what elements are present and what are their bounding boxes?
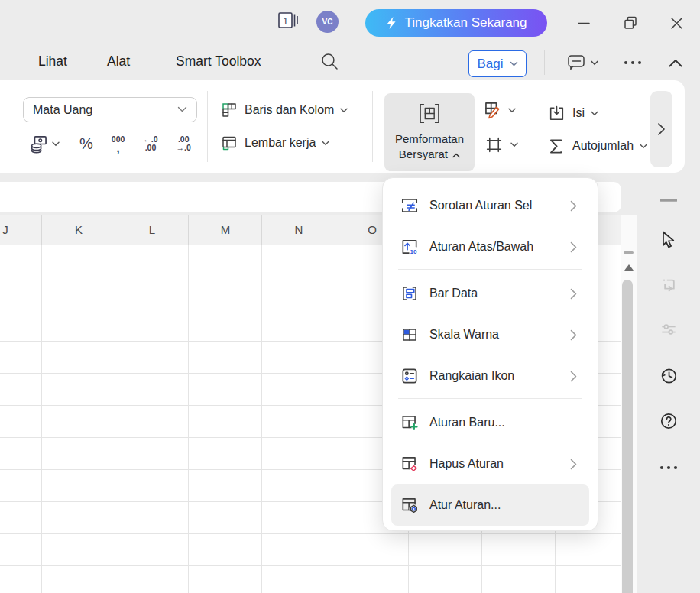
menu-item-data-bars[interactable]: Bar Data: [391, 273, 589, 314]
question-icon: [659, 411, 679, 431]
chevron-down-icon: [52, 141, 60, 147]
chevron-up-icon: [669, 59, 682, 67]
increase-decimal-button[interactable]: .00→.0: [171, 128, 196, 159]
minimize-button[interactable]: [571, 11, 597, 35]
search-button[interactable]: [318, 50, 341, 73]
dash-icon: [660, 198, 677, 203]
submenu-arrow-icon: [570, 288, 577, 300]
thousands-glyph: 000,: [112, 135, 125, 152]
autosum-label: Autojumlah: [572, 139, 634, 153]
conditional-formatting-label: Pemformatan Bersyarat: [395, 131, 464, 162]
conditional-formatting-button[interactable]: Pemformatan Bersyarat: [384, 93, 475, 171]
submenu-arrow-icon: [570, 329, 577, 341]
sigma-icon: [546, 136, 566, 157]
submenu-arrow-icon: [570, 200, 577, 212]
more-options-button[interactable]: [621, 55, 644, 70]
rows-columns-button[interactable]: Baris dan Kolom: [220, 97, 348, 123]
menu-divider: [398, 398, 582, 399]
upgrade-button[interactable]: Tingkatkan Sekarang: [365, 9, 547, 37]
menu-item-new-rule[interactable]: Aturan Baru...: [391, 402, 589, 443]
tab-alat[interactable]: Alat: [104, 43, 133, 79]
number-format-select[interactable]: Mata Uang: [23, 97, 197, 122]
window-count-number: 1: [283, 16, 288, 27]
worksheet-button[interactable]: Lembar kerja: [220, 130, 329, 156]
collapse-ribbon-button[interactable]: [666, 53, 685, 72]
split-handle[interactable]: [624, 251, 634, 254]
settings-sliders-button[interactable]: [657, 318, 680, 341]
worksheet-label: Lembar kerja: [245, 136, 316, 150]
restore-button[interactable]: [617, 11, 643, 35]
right-sidebar: [637, 173, 700, 593]
currency-style-button[interactable]: [23, 128, 65, 159]
tab-lihat[interactable]: Lihat: [35, 43, 70, 79]
close-button[interactable]: [663, 11, 689, 35]
sidebar-more-button[interactable]: [657, 456, 680, 479]
menu-item-manage-rules[interactable]: Atur Aturan...: [391, 484, 589, 526]
menu-item-highlight-cells-rules[interactable]: Sorotan Aturan Sel: [391, 185, 589, 226]
column-header[interactable]: N: [262, 215, 335, 245]
decrease-decimal-button[interactable]: ←.0.00: [138, 128, 163, 159]
menubar-divider: [544, 50, 545, 75]
ellipsis-icon: [623, 60, 643, 66]
conditional-formatting-icon: [415, 99, 444, 128]
top-bottom-rules-icon: 10: [400, 237, 420, 257]
currency-icon: [28, 134, 49, 154]
menu-item-icon-sets[interactable]: Rangkaian Ikon: [391, 355, 589, 397]
upgrade-label: Tingkatkan Sekarang: [404, 15, 527, 31]
comma-style-button[interactable]: 000,: [106, 128, 131, 159]
column-header[interactable]: L: [115, 215, 189, 245]
vertical-scrollbar: [621, 215, 637, 593]
avatar[interactable]: VC: [316, 11, 339, 33]
chevron-down-icon: [591, 60, 598, 66]
history-button[interactable]: [657, 365, 680, 387]
manage-rules-icon: [400, 495, 420, 515]
column-header[interactable]: K: [42, 215, 115, 245]
title-bar: 1 VC Tingkatkan Sekarang: [0, 0, 700, 43]
submenu-arrow-icon: [570, 459, 577, 470]
column-header[interactable]: J: [0, 215, 42, 245]
loop-tool-button[interactable]: [657, 273, 680, 296]
highlight-cells-icon: [400, 196, 420, 215]
chevron-down-icon: [591, 111, 598, 116]
fill-button[interactable]: Isi: [547, 100, 598, 126]
ribbon-expand-button[interactable]: [650, 91, 672, 167]
number-format-value: Mata Uang: [33, 103, 92, 117]
chevron-down-icon: [510, 61, 518, 67]
borders-button[interactable]: [484, 135, 518, 154]
toolbar-divider: [533, 91, 533, 162]
autosum-button[interactable]: Autojumlah: [546, 133, 647, 159]
loop-icon: [659, 274, 679, 294]
toolbar-divider: [372, 91, 373, 162]
rows-columns-icon: [220, 101, 238, 119]
number-format-buttons: % 000, ←.0.00 .00→.0: [23, 126, 196, 161]
scrollbar-thumb[interactable]: [622, 280, 633, 593]
tab-smart-toolbox[interactable]: Smart Toolbox: [173, 43, 264, 79]
percent-style-button[interactable]: %: [74, 128, 99, 159]
avatar-initials: VC: [322, 18, 333, 26]
menu-bar: Lihat Alat Smart Toolbox Bagi: [0, 43, 700, 79]
svg-text:10: 10: [410, 248, 417, 255]
submenu-arrow-icon: [570, 241, 577, 253]
window-count-button[interactable]: 1: [277, 11, 303, 32]
share-label: Bagi: [477, 57, 503, 72]
menu-item-color-scales[interactable]: Skala Warna: [391, 314, 589, 355]
chevron-down-icon: [340, 108, 348, 113]
help-button[interactable]: [657, 410, 680, 433]
select-tool-button[interactable]: [657, 228, 680, 251]
minimize-icon: [577, 16, 591, 30]
column-header[interactable]: M: [189, 215, 262, 245]
format-painter-button[interactable]: [483, 100, 516, 121]
menu-item-clear-rules[interactable]: Hapus Aturan: [391, 443, 589, 484]
border-icon: [484, 135, 504, 154]
chevron-up-icon: [452, 153, 460, 158]
sidebar-minimize-button[interactable]: [657, 189, 680, 212]
color-scales-icon: [400, 325, 420, 345]
data-bars-icon: [400, 284, 420, 303]
history-clock-icon: [659, 366, 679, 386]
menu-item-top-bottom-rules[interactable]: 10 Aturan Atas/Bawah: [391, 226, 589, 267]
comments-button[interactable]: [566, 50, 601, 75]
share-button[interactable]: Bagi: [468, 50, 527, 77]
scroll-up-arrow[interactable]: [624, 264, 634, 271]
search-icon: [318, 50, 341, 73]
clear-rules-icon: [400, 454, 420, 474]
